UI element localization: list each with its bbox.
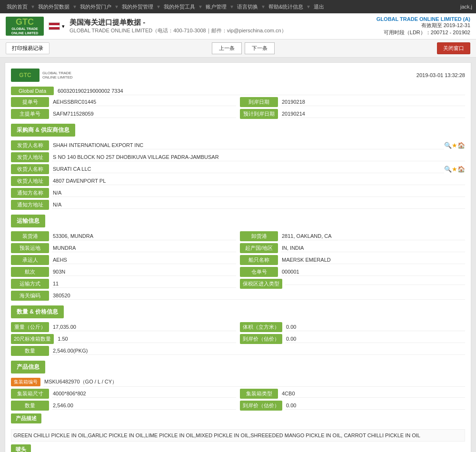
voyage-bill-row: 航次 903N 仓单号 000001: [11, 267, 465, 277]
container-size-type-row: 集装箱尺寸 4000*806*802 集装箱类型 4CB0: [11, 389, 465, 399]
bill-row: 提单号 AEHSSBRC01445 到岸日期 20190218: [11, 97, 465, 107]
nav-menu: 我的首页 ▾ 我的外贸数据 ▾ 我的外贸门户 ▾ 我的外贸管理 ▾ 我的外贸工具…: [4, 3, 327, 10]
transport-mode-label: 运输方式: [11, 279, 49, 289]
notify-name-value: N/A: [52, 189, 465, 197]
consignee-name-value: SURATI CA LLC: [52, 165, 444, 173]
close-button[interactable]: 关闭窗口: [437, 42, 470, 54]
notify-addr-row: 通知方地址 N/A: [11, 200, 465, 210]
vessel-value: MAERSK EMERALD: [281, 256, 465, 264]
product-price-cell: 到岸价（估价） 0.00: [240, 401, 465, 411]
carrier-value: AEHS: [52, 256, 236, 264]
quantity-price-section: 数量 & 价格信息 重量（公斤） 17,035.00 体积（立方米） 0.00 …: [11, 305, 465, 356]
weight-cell: 重量（公斤） 17,035.00: [11, 322, 236, 332]
pre-origin-row: 预装运地 MUNDRA 起产国/地区 IN, INDIA: [11, 243, 465, 253]
pre-carriage-cell: 预装运地 MUNDRA: [11, 243, 236, 253]
shipper-star-icon[interactable]: ★: [452, 142, 457, 149]
bonded-cell: 保税区进入类型: [240, 279, 465, 289]
bill-no-label: 提单号: [11, 97, 49, 107]
vessel-cell: 船只名称 MAERSK EMERALD: [240, 255, 465, 265]
transport-mode-value: 11: [52, 280, 236, 288]
page-title: 美国海关进口提单数据 -: [69, 18, 287, 27]
transport-section: 运输信息 装货港 53306, MUNDRA 卸货港 2811, OAKLAND…: [11, 215, 465, 301]
nav-manage[interactable]: 我的外贸管理: [119, 3, 156, 10]
page-header: GTC GLOBAL TRADE ONLINE LIMITED ▾ 美国海关进口…: [0, 13, 476, 39]
consignee-addr-value: 4807 DAVENPORT PL: [52, 177, 465, 185]
consignee-addr-row: 收货人地址 4807 DAVENPORT PL: [11, 176, 465, 186]
voyage-cell: 航次 903N: [11, 267, 236, 277]
record-logo: GTC GLOBAL TRADEONLINE LIMITED: [11, 69, 73, 82]
marks-header: 唛头: [11, 444, 31, 452]
load-port-label: 装货港: [11, 231, 49, 241]
arrival-date-cell: 到岸日期 20190218: [240, 97, 465, 107]
country-selector[interactable]: ▾: [49, 22, 65, 30]
small-logo: GTC: [11, 69, 40, 82]
page-subtitle: GLOBAL TRADE ONLINE LIMITED（电话：400-710-3…: [69, 27, 287, 34]
print-button[interactable]: 打印报易记录: [6, 42, 50, 54]
container-type-label: 集装箱类型: [240, 389, 278, 399]
notify-addr-value: N/A: [52, 201, 465, 209]
bill-lading-label: 仓单号: [240, 267, 278, 277]
arrival-price-value: 0.00: [285, 335, 465, 343]
transport-mode-cell: 运输方式 11: [11, 279, 236, 289]
notify-addr-label: 通知方地址: [11, 200, 49, 210]
discharge-port-cell: 卸货港 2811, OAKLAND, CA: [240, 231, 465, 241]
est-arrival-cell: 预计到岸日期 20190214: [240, 109, 465, 119]
voyage-value: 903N: [52, 268, 236, 276]
global-data-row: Global Data 600320190219000002 7334: [11, 87, 465, 95]
container20-label: 20尺标准箱数量: [11, 334, 54, 344]
bill-no-cell: 提单号 AEHSSBRC01445: [11, 97, 236, 107]
container-tag: 集装箱编号: [11, 378, 40, 386]
container-type-value: 4CB0: [281, 390, 465, 398]
product-desc-header: 产品描述: [11, 413, 41, 423]
consignee-star-icon[interactable]: ★: [452, 166, 457, 173]
bonded-label: 保税区进入类型: [240, 279, 282, 289]
shipper-name-value: SHAH INTERNATIONAL EXPORT INC: [52, 141, 444, 149]
ldr-info: 可用时段（LDR）：200712 - 201902: [377, 29, 470, 36]
product-header: 产品信息: [11, 361, 45, 373]
load-port-cell: 装货港 53306, MUNDRA: [11, 231, 236, 241]
nav-tools[interactable]: 我的外贸工具: [161, 3, 198, 10]
nav-account[interactable]: 账户管理: [203, 3, 229, 10]
nav-language[interactable]: 语言切换: [234, 3, 261, 10]
origin-label: 起产国/地区: [240, 243, 278, 253]
nav-logout[interactable]: 退出: [311, 3, 327, 10]
nav-home[interactable]: 我的首页: [4, 3, 30, 10]
product-qty-label: 数量: [11, 401, 49, 411]
product-section: 产品信息 集装箱编号 MSKU6482970（GO / L / CY） 集装箱尺…: [11, 361, 465, 452]
discharge-port-label: 卸货港: [240, 231, 278, 241]
load-discharge-row: 装货港 53306, MUNDRA 卸货港 2811, OAKLAND, CA: [11, 231, 465, 241]
container-no-value: MSKU6482970（GO / L / CY）: [43, 377, 465, 387]
record-company-text: GLOBAL TRADEONLINE LIMITED: [42, 71, 73, 79]
shipper-name-label: 发货人名称: [11, 140, 49, 150]
vessel-label: 船只名称: [240, 255, 278, 265]
volume-value: 0.00: [285, 323, 465, 331]
container-size-label: 集装箱尺寸: [11, 389, 49, 399]
prev-button[interactable]: 上一条: [212, 42, 242, 54]
record-datetime: 2019-03-01 13:32:28: [416, 72, 465, 78]
buyer-supplier-header: 采购商 & 供应商信息: [11, 124, 75, 137]
nav-portal[interactable]: 我的外贸门户: [77, 3, 114, 10]
arrival-date-value: 20190218: [281, 98, 465, 106]
company-name: GLOBAL TRADE ONLINE LIMITED (A): [377, 16, 470, 22]
toolbar-actions: 打印报易记录: [6, 42, 50, 54]
header-left: GTC GLOBAL TRADE ONLINE LIMITED ▾ 美国海关进口…: [6, 17, 287, 36]
shipper-search-icon[interactable]: 🔍: [444, 142, 452, 149]
shipper-home-icon[interactable]: 🏠: [457, 142, 465, 149]
volume-cell: 体积（立方米） 0.00: [240, 322, 465, 332]
transport-bonded-row: 运输方式 11 保税区进入类型: [11, 279, 465, 289]
consignee-search-icon[interactable]: 🔍: [444, 166, 452, 173]
voyage-label: 航次: [11, 267, 49, 277]
product-qty-value: 2,546.00: [52, 402, 236, 410]
weight-label: 重量（公斤）: [11, 322, 49, 332]
container20-price-row: 20尺标准箱数量 1.50 到岸价（估价） 0.00: [11, 334, 465, 344]
nav-help[interactable]: 帮助&统计信息: [266, 3, 306, 10]
record-header: GTC GLOBAL TRADEONLINE LIMITED 2019-03-0…: [11, 69, 465, 82]
user-name: jack.j: [460, 4, 472, 10]
nav-trade-data[interactable]: 我的外贸数据: [35, 3, 72, 10]
container-no-row: 集装箱编号 MSKU6482970（GO / L / CY）: [11, 377, 465, 387]
weight-value: 17,035.00: [52, 323, 236, 331]
next-button[interactable]: 下一条: [245, 42, 275, 54]
global-data-label: Global Data: [11, 87, 54, 95]
consignee-home-icon[interactable]: 🏠: [457, 166, 465, 173]
qty-label: 数量: [11, 346, 49, 356]
